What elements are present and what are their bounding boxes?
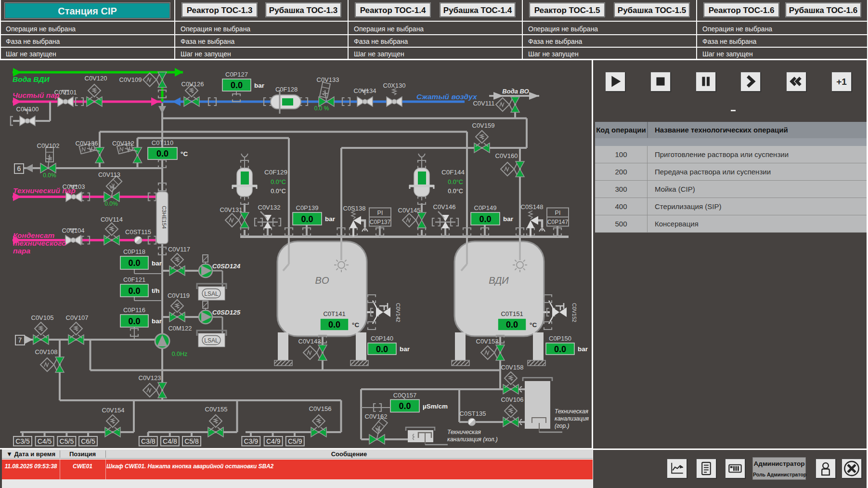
svg-text:C0V155: C0V155 xyxy=(205,406,228,413)
svg-text:C3/8: C3/8 xyxy=(141,437,155,445)
svg-text:0.0: 0.0 xyxy=(399,401,411,411)
svg-text:C0P140: C0P140 xyxy=(371,335,393,342)
svg-text:C0V143: C0V143 xyxy=(298,338,321,345)
svg-text:C5/5: C5/5 xyxy=(60,437,74,445)
svg-text:C0V162: C0V162 xyxy=(365,413,388,420)
svg-text:C0P127: C0P127 xyxy=(225,71,248,78)
svg-text:C5/9: C5/9 xyxy=(288,437,302,445)
svg-text:Вода ВДИ: Вода ВДИ xyxy=(13,75,50,83)
svg-text:C0V152: C0V152 xyxy=(571,303,577,322)
svg-text:Чистый пар: Чистый пар xyxy=(13,91,59,99)
svg-text:C0V131: C0V131 xyxy=(220,206,243,213)
svg-text:7: 7 xyxy=(18,336,22,344)
svg-text:0.0 %: 0.0 % xyxy=(314,105,329,112)
svg-text:C5/8: C5/8 xyxy=(184,437,199,445)
svg-text:C0X130: C0X130 xyxy=(383,82,406,89)
svg-text:(гор.): (гор.) xyxy=(555,422,569,429)
svg-text:°C: °C xyxy=(181,150,188,158)
svg-text:0.0: 0.0 xyxy=(376,344,388,354)
svg-text:C0V126: C0V126 xyxy=(181,80,204,88)
svg-text:C0V133: C0V133 xyxy=(317,76,339,83)
svg-text:C0ST115: C0ST115 xyxy=(125,228,151,236)
svg-text:C0P137: C0P137 xyxy=(370,219,391,225)
svg-text:C3/5: C3/5 xyxy=(15,437,30,445)
svg-text:0.0°C: 0.0°C xyxy=(271,179,285,185)
svg-text:Техническая: Техническая xyxy=(447,429,481,435)
svg-text:bar: bar xyxy=(152,317,162,325)
svg-text:C0V113: C0V113 xyxy=(98,171,120,178)
svg-text:0.0: 0.0 xyxy=(506,320,518,330)
svg-text:C0V120: C0V120 xyxy=(85,75,107,82)
svg-text:C0P150: C0P150 xyxy=(549,335,571,342)
svg-text:C0F121: C0F121 xyxy=(123,276,145,283)
svg-text:C0V156: C0V156 xyxy=(309,405,332,412)
svg-text:LSAL: LSAL xyxy=(204,337,219,344)
svg-text:C0V132: C0V132 xyxy=(258,204,281,211)
svg-text:0.0Hz: 0.0Hz xyxy=(172,351,188,357)
svg-text:0.0°C: 0.0°C xyxy=(448,179,463,185)
svg-text:канализация (хол.): канализация (хол.) xyxy=(447,436,498,443)
svg-text:bar: bar xyxy=(254,82,265,89)
svg-text:C0V111: C0V111 xyxy=(473,100,494,107)
svg-text:C0F129: C0F129 xyxy=(264,169,287,176)
svg-text:технического: технического xyxy=(13,239,66,247)
svg-text:C0V114: C0V114 xyxy=(101,216,123,223)
svg-text:C0V145: C0V145 xyxy=(398,207,421,214)
svg-text:C6/5: C6/5 xyxy=(81,437,95,445)
svg-text:C0Q157: C0Q157 xyxy=(393,392,416,399)
svg-text:C0V102: C0V102 xyxy=(37,142,60,149)
svg-text:0.0: 0.0 xyxy=(231,80,243,90)
svg-text:C0F128: C0F128 xyxy=(275,86,298,93)
svg-text:0.0: 0.0 xyxy=(156,149,168,158)
svg-text:C0V119: C0V119 xyxy=(168,292,190,299)
svg-text:Технический пар: Технический пар xyxy=(13,186,76,195)
svg-text:C0P149: C0P149 xyxy=(474,204,497,211)
svg-text:C0V107: C0V107 xyxy=(66,314,89,321)
svg-text:C0V154: C0V154 xyxy=(102,407,125,414)
svg-text:пара: пара xyxy=(13,247,31,255)
svg-text:0.0°C: 0.0°C xyxy=(271,188,285,195)
svg-text:t/h: t/h xyxy=(152,287,160,294)
svg-text:C0V123: C0V123 xyxy=(139,374,161,382)
svg-text:bar: bar xyxy=(325,215,336,223)
svg-text:C0S148: C0S148 xyxy=(521,203,544,211)
svg-text:bar: bar xyxy=(400,345,410,353)
svg-text:C0SD125: C0SD125 xyxy=(212,309,241,316)
svg-text:+1: +1 xyxy=(836,77,847,87)
svg-text:µSm/cm: µSm/cm xyxy=(423,403,448,410)
svg-text:C0V146: C0V146 xyxy=(433,203,456,211)
svg-text:PI: PI xyxy=(555,210,561,216)
svg-text:C0V104: C0V104 xyxy=(62,227,85,234)
svg-text:C0V136: C0V136 xyxy=(76,140,98,147)
svg-text:C3/9: C3/9 xyxy=(244,437,259,445)
svg-text:0.0: 0.0 xyxy=(554,344,566,354)
svg-text:C0V109: C0V109 xyxy=(119,76,142,83)
svg-text:C0P116: C0P116 xyxy=(123,306,145,314)
svg-text:C4/5: C4/5 xyxy=(38,437,52,445)
svg-text:C0SD124: C0SD124 xyxy=(212,263,241,270)
svg-text:C0V160: C0V160 xyxy=(495,152,518,159)
svg-text:0.0%: 0.0% xyxy=(104,200,118,207)
svg-text:C0P147: C0P147 xyxy=(547,219,569,225)
svg-text:C3HE154: C3HE154 xyxy=(161,206,167,229)
svg-text:C0T151: C0T151 xyxy=(501,310,523,317)
svg-text:C4/9: C4/9 xyxy=(266,437,281,445)
svg-text:LSAL: LSAL xyxy=(204,290,219,297)
svg-text:0.0°C: 0.0°C xyxy=(448,188,463,195)
svg-text:C0V153: C0V153 xyxy=(476,338,499,345)
svg-text:C0V117: C0V117 xyxy=(168,246,190,253)
svg-text:C0M122: C0M122 xyxy=(168,325,192,332)
svg-text:Техническая: Техническая xyxy=(555,408,588,415)
svg-text:bar: bar xyxy=(503,215,514,223)
svg-text:bar: bar xyxy=(152,260,162,267)
svg-text:C0V134: C0V134 xyxy=(354,87,376,94)
svg-text:C0V112: C0V112 xyxy=(112,140,134,147)
svg-text:C0V100: C0V100 xyxy=(16,106,39,113)
svg-text:6: 6 xyxy=(17,165,21,172)
svg-text:C0V159: C0V159 xyxy=(472,122,495,129)
svg-text:PI: PI xyxy=(377,210,383,216)
svg-text:C0V158: C0V158 xyxy=(501,364,524,371)
svg-text:°C: °C xyxy=(352,321,359,329)
svg-text:BO: BO xyxy=(315,275,329,286)
svg-text:C0P118: C0P118 xyxy=(123,248,145,255)
